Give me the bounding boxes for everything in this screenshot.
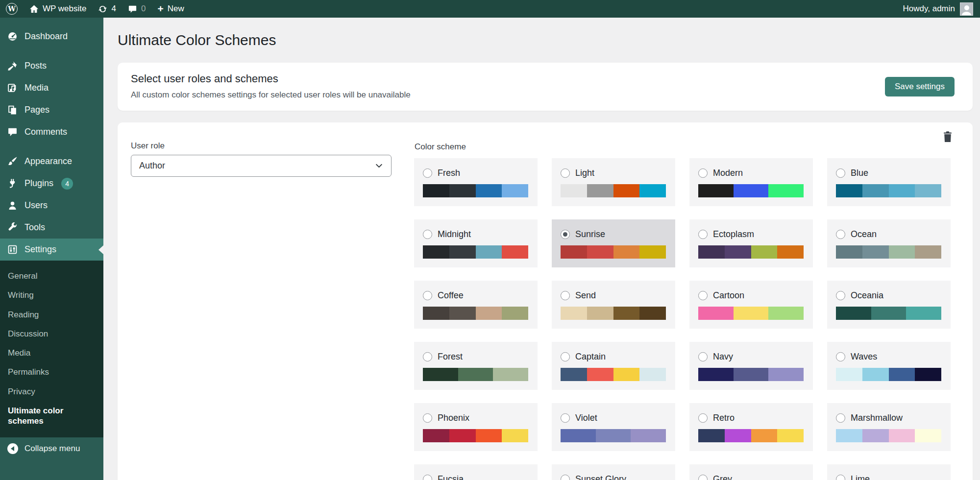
scheme-tile-navy[interactable]: Navy <box>689 342 813 390</box>
sidebar-item-comments[interactable]: Comments <box>0 121 103 143</box>
scheme-tile-waves[interactable]: Waves <box>827 342 951 390</box>
scheme-radio[interactable] <box>836 413 845 423</box>
scheme-radio[interactable] <box>561 352 570 361</box>
scheme-radio[interactable] <box>561 230 570 239</box>
scheme-tile-modern[interactable]: Modern <box>689 158 813 206</box>
scheme-name: Cartoon <box>713 290 744 301</box>
scheme-tile-fucsia[interactable]: Fucsia <box>414 464 538 480</box>
sidebar-item-settings[interactable]: Settings <box>0 239 103 261</box>
save-settings-button[interactable]: Save settings <box>885 77 955 96</box>
scheme-tile-ectoplasm[interactable]: Ectoplasm <box>689 219 813 267</box>
submenu-item-ultimate-color-schemes[interactable]: Ultimate color schemes <box>0 401 88 431</box>
scheme-name: Retro <box>713 413 735 423</box>
scheme-radio[interactable] <box>698 168 708 178</box>
sidebar-item-media[interactable]: Media <box>0 77 103 99</box>
scheme-radio[interactable] <box>698 413 708 423</box>
scheme-swatches <box>423 429 528 442</box>
sidebar-item-tools[interactable]: Tools <box>0 216 103 239</box>
scheme-tile-lime[interactable]: Lime <box>827 464 951 480</box>
swatch <box>734 184 769 197</box>
sidebar-item-appearance[interactable]: Appearance <box>0 150 103 172</box>
swatch <box>836 429 862 442</box>
plug-icon <box>7 178 18 189</box>
submenu-item-general[interactable]: General <box>0 266 103 286</box>
scheme-tile-cartoon[interactable]: Cartoon <box>689 281 813 329</box>
swatch <box>561 245 587 259</box>
scheme-tile-blue[interactable]: Blue <box>827 158 951 206</box>
scheme-name: Send <box>575 290 596 301</box>
swatch <box>862 184 889 197</box>
scheme-radio[interactable] <box>698 291 708 300</box>
scheme-tile-marshmallow[interactable]: Marshmallow <box>827 403 951 451</box>
collapse-menu-button[interactable]: Collapse menu <box>0 437 103 460</box>
scheme-radio[interactable] <box>423 475 432 480</box>
update-icon <box>98 4 107 14</box>
scheme-tile-ocean[interactable]: Ocean <box>827 219 951 267</box>
scheme-tile-retro[interactable]: Retro <box>689 403 813 451</box>
scheme-radio[interactable] <box>423 230 432 239</box>
scheme-radio[interactable] <box>698 352 708 361</box>
updates-link[interactable]: 4 <box>92 0 122 18</box>
comment-icon <box>128 4 137 14</box>
scheme-tile-violet[interactable]: Violet <box>552 403 675 451</box>
scheme-grid: Fresh Light Modern Blue Midnight <box>414 158 951 480</box>
scheme-radio[interactable] <box>561 291 570 300</box>
scheme-tile-sunrise[interactable]: Sunrise <box>552 219 675 267</box>
scheme-radio[interactable] <box>836 168 845 178</box>
submenu-item-privacy[interactable]: Privacy <box>0 382 103 401</box>
scheme-radio[interactable] <box>561 168 570 178</box>
sidebar-item-pages[interactable]: Pages <box>0 99 103 121</box>
comments-link[interactable]: 0 <box>122 0 151 18</box>
sidebar-item-users[interactable]: Users <box>0 194 103 216</box>
scheme-tile-fresh[interactable]: Fresh <box>414 158 538 206</box>
swatch <box>639 245 666 259</box>
scheme-tile-forest[interactable]: Forest <box>414 342 538 390</box>
submenu-item-media[interactable]: Media <box>0 343 103 362</box>
sidebar-item-dashboard[interactable]: Dashboard <box>0 25 103 48</box>
scheme-swatches <box>698 245 804 259</box>
scheme-tile-captain[interactable]: Captain <box>552 342 675 390</box>
scheme-radio[interactable] <box>836 475 845 480</box>
scheme-radio[interactable] <box>698 475 708 480</box>
sidebar-item-plugins[interactable]: Plugins 4 <box>0 172 103 194</box>
scheme-tile-oceania[interactable]: Oceania <box>827 281 951 329</box>
scheme-tile-sunset-glory[interactable]: Sunset Glory <box>552 464 675 480</box>
scheme-tile-grey[interactable]: Grey <box>689 464 813 480</box>
submenu-item-permalinks[interactable]: Permalinks <box>0 362 103 382</box>
scheme-radio[interactable] <box>836 230 845 239</box>
scheme-radio[interactable] <box>561 475 570 480</box>
new-content-link[interactable]: + New <box>151 0 190 18</box>
submenu-item-discussion[interactable]: Discussion <box>0 324 103 343</box>
sidebar-item-posts[interactable]: Posts <box>0 55 103 77</box>
scheme-radio[interactable] <box>561 413 570 423</box>
scheme-radio[interactable] <box>423 352 432 361</box>
swatch <box>449 245 476 259</box>
scheme-radio[interactable] <box>836 291 845 300</box>
scheme-tile-coffee[interactable]: Coffee <box>414 281 538 329</box>
submenu-item-writing[interactable]: Writing <box>0 286 103 305</box>
selected-role: Author <box>139 161 165 171</box>
scheme-radio[interactable] <box>836 352 845 361</box>
swatch <box>871 307 906 320</box>
scheme-radio[interactable] <box>423 168 432 178</box>
scheme-radio[interactable] <box>698 230 708 239</box>
site-name-link[interactable]: WP website <box>24 0 92 18</box>
account-menu[interactable]: Howdy, admin <box>903 0 980 18</box>
swatch <box>502 184 528 197</box>
scheme-tile-midnight[interactable]: Midnight <box>414 219 538 267</box>
avatar <box>960 2 973 16</box>
wordpress-logo-icon: W <box>6 3 18 15</box>
trash-icon[interactable] <box>941 130 954 143</box>
scheme-radio[interactable] <box>423 413 432 423</box>
swatch <box>862 429 889 442</box>
scheme-tile-send[interactable]: Send <box>552 281 675 329</box>
scheme-name: Sunrise <box>575 229 605 240</box>
user-role-select[interactable]: Author <box>131 155 392 177</box>
scheme-radio[interactable] <box>423 291 432 300</box>
swatch <box>561 368 587 381</box>
scheme-tile-phoenix[interactable]: Phoenix <box>414 403 538 451</box>
scheme-tile-light[interactable]: Light <box>552 158 675 206</box>
wordpress-menu[interactable]: W <box>0 0 24 18</box>
submenu-item-reading[interactable]: Reading <box>0 305 103 324</box>
swatch <box>423 307 449 320</box>
